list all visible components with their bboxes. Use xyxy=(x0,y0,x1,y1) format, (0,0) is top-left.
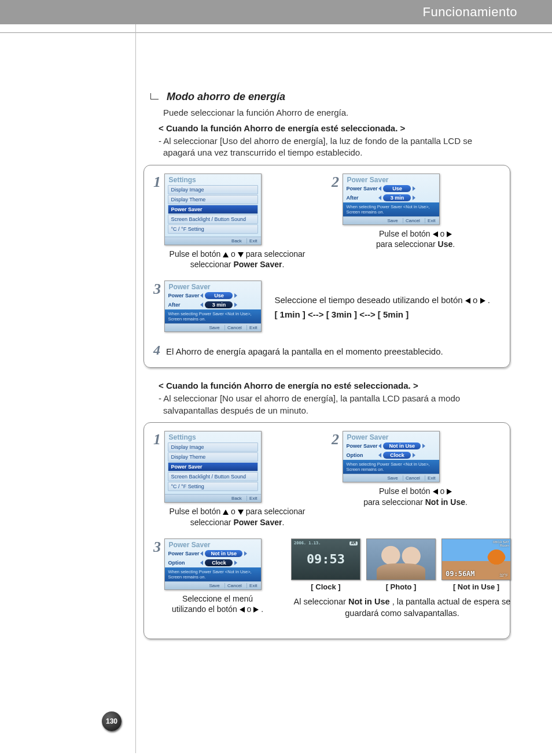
chevron-right-icon[interactable] xyxy=(413,453,415,458)
chevron-left-icon[interactable] xyxy=(200,551,203,556)
chevron-right-icon[interactable] xyxy=(413,186,415,191)
kv-label: After xyxy=(346,195,378,201)
block2-desc: - Al seleccionar [No usar el ahorro de e… xyxy=(159,393,494,416)
triangle-left-icon xyxy=(240,607,245,613)
kv-value[interactable]: Clock xyxy=(205,559,233,566)
footer-btn[interactable]: Exit xyxy=(425,475,435,481)
footer-btn[interactable]: Exit xyxy=(246,325,257,330)
panel-title: Power Saver xyxy=(165,539,261,549)
preview-overlay-room: 32°F xyxy=(499,573,508,577)
kv-label: Option xyxy=(168,560,200,566)
panel-footer: Save Cancel Exit xyxy=(343,216,439,224)
menu-item[interactable]: °C / °F Setting xyxy=(168,224,258,234)
step4-text: El Ahorro de energía apagará la pantalla… xyxy=(166,345,443,357)
kv-value[interactable]: Not in Use xyxy=(383,442,421,449)
preview-photo-image xyxy=(366,539,436,580)
menu-item-selected[interactable]: Power Saver xyxy=(168,462,258,471)
chevron-left-icon[interactable] xyxy=(378,453,381,458)
preview-notinuse: 08/13 SAT Room 09:56AM 32°F [ Not in Use… xyxy=(441,539,511,591)
caption-text: o xyxy=(231,507,238,516)
menu-item[interactable]: Display Theme xyxy=(168,195,258,204)
panel-hint: When selecting Power Saver <Not in Use>,… xyxy=(165,567,261,581)
kv-value[interactable]: 3 min xyxy=(205,301,233,308)
kv-value[interactable]: Clock xyxy=(383,452,411,459)
triangle-right-icon xyxy=(447,231,452,237)
caption-text: o xyxy=(473,295,480,305)
footer-btn[interactable]: Exit xyxy=(246,583,257,588)
kv-value[interactable]: Use xyxy=(205,292,233,299)
page-content: Modo ahorro de energía Puede seleccionar… xyxy=(150,33,510,639)
chevron-right-icon[interactable] xyxy=(234,293,237,298)
chevron-left-icon[interactable] xyxy=(200,293,203,298)
chevron-left-icon[interactable] xyxy=(200,560,203,565)
preview-photo: [ Photo ] xyxy=(366,539,436,591)
chevron-right-icon[interactable] xyxy=(234,303,237,307)
footer-btn[interactable]: Cancel xyxy=(225,325,242,330)
chevron-left-icon[interactable] xyxy=(200,303,203,307)
footer-btn[interactable]: Save xyxy=(385,218,398,223)
caption-text: . xyxy=(282,518,284,527)
preview-label: [ Photo ] xyxy=(366,582,436,591)
menu-item[interactable]: Display Image xyxy=(168,185,258,194)
footer-btn[interactable]: Cancel xyxy=(403,218,420,223)
kv-value[interactable]: Not in Use xyxy=(205,550,242,557)
block1-card: 1 Settings Display Image Display Theme P… xyxy=(143,165,510,368)
step2-caption: Pulse el botón o para seleccionar Not in… xyxy=(333,486,498,508)
block1-desc: - Al seleccionar [Uso del ahorro de ener… xyxy=(159,135,494,159)
chevron-right-icon[interactable] xyxy=(244,551,247,556)
kv-value[interactable]: 3 min xyxy=(383,194,411,201)
footer-btn[interactable]: Exit xyxy=(425,218,435,223)
block2-previews: 2006. 1.13. AM 09:53 [ Clock ] [ Photo ] xyxy=(293,539,511,619)
chevron-right-icon[interactable] xyxy=(413,196,415,200)
footer-btn[interactable]: Save xyxy=(385,475,398,481)
footer-btn[interactable]: Cancel xyxy=(403,475,420,481)
panel-ps-option: Power Saver Power Saver Not in Use Optio… xyxy=(164,539,262,590)
preview-clock-time: 09:53 xyxy=(307,553,345,566)
chevron-left-icon[interactable] xyxy=(378,186,381,191)
chevron-right-icon[interactable] xyxy=(422,444,425,448)
panel-title: Settings xyxy=(165,432,261,441)
panel-footer: Back Exit xyxy=(165,494,261,502)
menu-item[interactable]: °C / °F Setting xyxy=(168,482,258,491)
panel-title: Settings xyxy=(165,174,261,184)
section-head: Modo ahorro de energía xyxy=(150,91,510,103)
left-margin-rule xyxy=(135,24,136,652)
footer-btn[interactable]: Save xyxy=(207,325,220,330)
block2-card: 1 Settings Display Image Display Theme P… xyxy=(143,422,510,639)
menu-item[interactable]: Screen Backlight / Button Sound xyxy=(168,215,258,224)
footer-btn[interactable]: Exit xyxy=(246,238,257,244)
caption-text: utilizando el botón xyxy=(172,604,240,614)
footer-btn[interactable]: Back xyxy=(229,238,242,244)
panel-settings: Settings Display Image Display Theme Pow… xyxy=(164,174,262,245)
step1-caption: Pulse el botón o para seleccionar selecc… xyxy=(154,506,320,528)
triangle-down-icon xyxy=(238,510,244,515)
menu-item[interactable]: Display Theme xyxy=(168,452,258,462)
preview-label: [ Clock ] xyxy=(291,582,360,591)
step-number: 3 xyxy=(153,281,161,298)
kv-label: Power Saver xyxy=(346,186,378,191)
menu-item[interactable]: Display Image xyxy=(168,442,258,452)
footer-btn[interactable]: Cancel xyxy=(225,583,242,588)
footer-btn[interactable]: Exit xyxy=(246,496,257,501)
kv-value[interactable]: Use xyxy=(383,185,411,192)
chevron-left-icon[interactable] xyxy=(378,444,381,448)
menu-item-selected[interactable]: Power Saver xyxy=(168,205,258,214)
panel-power-saver-after: Power Saver Power Saver Use After 3 min xyxy=(164,281,262,332)
footer-btn[interactable]: Save xyxy=(207,583,220,588)
panel-title: Power Saver xyxy=(343,174,439,184)
preview-overlay-time: 09:56AM xyxy=(446,570,475,577)
kv-row: Option Clock xyxy=(343,451,439,460)
preview-clock-date: 2006. 1.13. xyxy=(294,541,321,545)
caption-text: o xyxy=(231,249,238,259)
menu-item[interactable]: Screen Backlight / Button Sound xyxy=(168,472,258,481)
caption-text: Pulse el botón xyxy=(379,229,433,238)
previews-caption: Al seleccionar Not in Use , la pantalla … xyxy=(293,596,511,619)
preview-clock-image: 2006. 1.13. AM 09:53 xyxy=(291,539,360,580)
chevron-left-icon[interactable] xyxy=(378,196,381,200)
panel-footer: Save Cancel Exit xyxy=(165,581,261,589)
chevron-right-icon[interactable] xyxy=(234,560,237,565)
panel-title: Power Saver xyxy=(343,432,439,441)
preview-clock: 2006. 1.13. AM 09:53 [ Clock ] xyxy=(291,539,360,591)
footer-btn[interactable]: Back xyxy=(229,496,242,501)
step-number: 4 xyxy=(153,342,160,358)
